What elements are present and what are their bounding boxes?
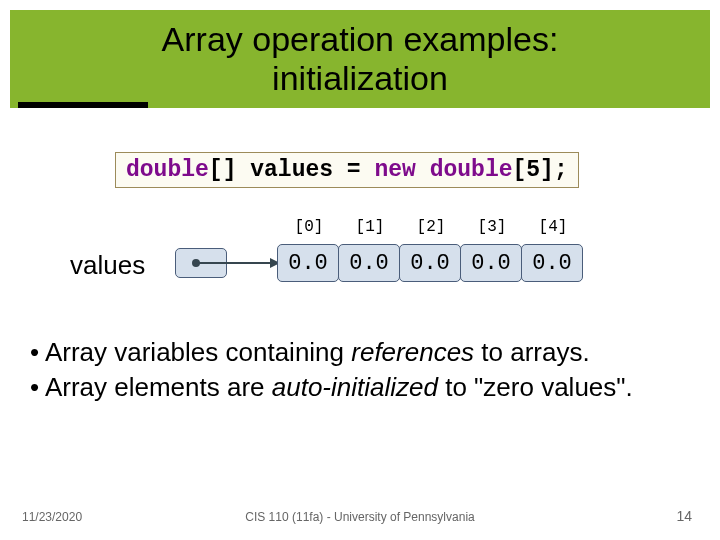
footer-page-number: 14 bbox=[676, 508, 692, 524]
index-label: [2] bbox=[400, 218, 462, 236]
array-diagram: values [0] [1] [2] [3] [4] 0.0 0.0 0.0 0… bbox=[0, 210, 720, 320]
bullet-1-emphasis: references bbox=[351, 337, 474, 367]
reference-arrow bbox=[190, 256, 285, 274]
bullet-2: • Array elements are auto-initialized to… bbox=[30, 370, 680, 405]
index-label: [0] bbox=[278, 218, 340, 236]
array-cell: 0.0 bbox=[399, 244, 461, 282]
code-text-1: [] values = bbox=[209, 157, 375, 183]
title-underline bbox=[18, 102, 148, 108]
bullet-2-emphasis: auto-initialized bbox=[272, 372, 438, 402]
array-cells: 0.0 0.0 0.0 0.0 0.0 bbox=[278, 244, 583, 282]
code-snippet: double[] values = new double[5]; bbox=[115, 152, 579, 188]
title-line-1: Array operation examples: bbox=[162, 20, 559, 59]
variable-label: values bbox=[70, 250, 145, 281]
array-cell: 0.0 bbox=[460, 244, 522, 282]
array-cell: 0.0 bbox=[277, 244, 339, 282]
array-cell: 0.0 bbox=[521, 244, 583, 282]
bullet-list: • Array variables containing references … bbox=[30, 335, 680, 405]
bullet-1: • Array variables containing references … bbox=[30, 335, 680, 370]
code-keyword-double: double bbox=[126, 157, 209, 183]
index-label: [4] bbox=[522, 218, 584, 236]
index-label: [1] bbox=[339, 218, 401, 236]
array-cell: 0.0 bbox=[338, 244, 400, 282]
footer-course: CIS 110 (11fa) - University of Pennsylva… bbox=[0, 510, 720, 524]
index-label: [3] bbox=[461, 218, 523, 236]
slide-title: Array operation examples: initialization bbox=[10, 10, 710, 108]
code-text-2: [5]; bbox=[513, 157, 568, 183]
title-line-2: initialization bbox=[272, 59, 448, 98]
code-keyword-new-double: new double bbox=[374, 157, 512, 183]
